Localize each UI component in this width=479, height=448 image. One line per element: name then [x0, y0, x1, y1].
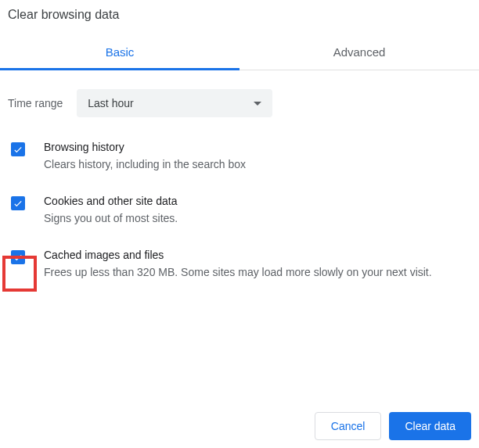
checkbox-cookies[interactable]: [11, 196, 25, 210]
checkmark-icon: [13, 252, 23, 263]
option-title: Browsing history: [44, 141, 471, 153]
time-range-label: Time range: [8, 97, 63, 109]
time-range-row: Time range Last hour: [8, 89, 471, 117]
checkmark-icon: [13, 198, 23, 209]
chevron-down-icon: [254, 102, 261, 106]
option-title: Cached images and files: [44, 249, 471, 261]
dialog-footer: Cancel Clear data: [315, 412, 471, 440]
option-text: Cached images and files Frees up less th…: [44, 249, 471, 281]
time-range-value: Last hour: [88, 97, 133, 109]
option-cookies: Cookies and other site data Signs you ou…: [8, 195, 471, 227]
cancel-button[interactable]: Cancel: [315, 412, 382, 440]
option-desc: Clears history, including in the search …: [44, 156, 471, 173]
tab-basic[interactable]: Basic: [0, 36, 240, 70]
option-text: Cookies and other site data Signs you ou…: [44, 195, 471, 227]
tab-advanced[interactable]: Advanced: [240, 36, 479, 70]
content-area: Time range Last hour Browsing history Cl…: [0, 70, 479, 281]
dialog-title: Clear browsing data: [0, 0, 479, 36]
checkbox-browsing-history[interactable]: [11, 142, 25, 156]
option-text: Browsing history Clears history, includi…: [44, 141, 471, 173]
option-browsing-history: Browsing history Clears history, includi…: [8, 141, 471, 173]
option-title: Cookies and other site data: [44, 195, 471, 207]
tabs-container: Basic Advanced: [0, 36, 479, 70]
option-desc: Signs you out of most sites.: [44, 210, 471, 227]
option-cache: Cached images and files Frees up less th…: [8, 249, 471, 281]
checkbox-cache[interactable]: [11, 250, 25, 264]
checkmark-icon: [13, 144, 23, 155]
time-range-select[interactable]: Last hour: [77, 89, 272, 117]
option-desc: Frees up less than 320 MB. Some sites ma…: [44, 264, 471, 281]
clear-data-button[interactable]: Clear data: [389, 412, 471, 440]
